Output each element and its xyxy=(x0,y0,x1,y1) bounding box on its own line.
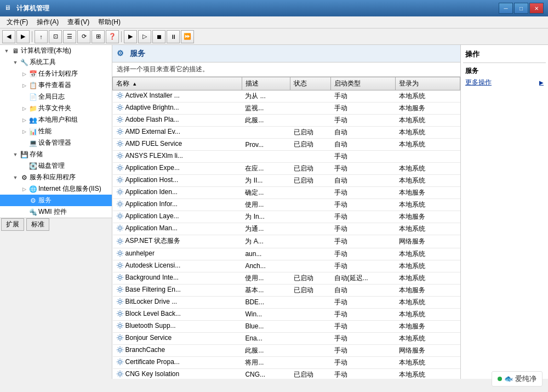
tree-system-tools[interactable]: ▼ 🔧 系统工具 xyxy=(0,56,112,68)
event-viewer-label: 事件查看器 xyxy=(38,81,71,90)
tree-global-log[interactable]: 📄 全局日志 xyxy=(0,91,112,103)
table-row[interactable]: Adaptive Brightn... 监视... 手动 本地服务 xyxy=(113,103,460,115)
table-row[interactable]: BranchCache 此服... 手动 网络服务 xyxy=(113,344,460,356)
table-row[interactable]: AMD FUEL Service Prov... 已启动 自动 本地系统 xyxy=(113,139,460,151)
tree-event-viewer[interactable]: ▷ 📋 事件查看器 xyxy=(0,79,112,91)
storage-label: 存储 xyxy=(30,150,43,159)
table-row[interactable]: ASP.NET 状态服务 为 A... 手动 网络服务 xyxy=(113,235,460,248)
tree-storage[interactable]: ▼ 💾 存储 xyxy=(0,149,112,160)
table-row[interactable]: aunhelper aun... 手动 本地系统 xyxy=(113,248,460,260)
menu-help[interactable]: 帮助(H) xyxy=(94,16,125,28)
table-row[interactable]: Autodesk Licensi... Anch... 手动 本地系统 xyxy=(113,260,460,272)
refresh-button[interactable]: ⟳ xyxy=(77,30,90,43)
svg-point-20 xyxy=(118,336,121,339)
menu-view[interactable]: 查看(V) xyxy=(63,16,94,28)
table-row[interactable]: Base Filtering En... 基本... 已启动 自动 本地服务 xyxy=(113,284,460,296)
table-row[interactable]: Application Infor... 使用... 手动 本地系统 xyxy=(113,199,460,211)
sort-arrow-icon: ▲ xyxy=(132,81,137,87)
ops-more-actions[interactable]: 更多操作 ▶ xyxy=(463,77,546,88)
toolbar: ◀ ▶ ↑ ⊡ ☰ ⟳ ⊞ ❓ ▶ ▷ ⏹ ⏸ ⏩ xyxy=(0,29,548,45)
tree-root[interactable]: ▼ 🖥 计算机管理(本地) xyxy=(0,45,112,56)
app-icon: 🖥 xyxy=(4,4,13,13)
svg-point-7 xyxy=(118,179,121,181)
maximize-button[interactable]: □ xyxy=(514,3,528,14)
menu-action[interactable]: 操作(A) xyxy=(32,16,63,28)
help-button[interactable]: ❓ xyxy=(106,30,119,43)
tree-task-scheduler[interactable]: ▷ 📅 任务计划程序 xyxy=(0,68,112,79)
view-button-2[interactable]: ☰ xyxy=(63,30,76,43)
stop-button[interactable]: ⏹ xyxy=(152,30,165,43)
col-header-name[interactable]: 名称 ▲ xyxy=(113,77,242,90)
tree-services-apps[interactable]: ▼ ⚙ 服务和应用程序 xyxy=(0,172,112,183)
table-row[interactable]: ANSYS FLEXlm li... 手动 xyxy=(113,151,460,163)
table-row[interactable]: Background Inte... 使用... 已启动 自动(延迟... 本地… xyxy=(113,272,460,284)
close-button[interactable]: ✕ xyxy=(529,3,544,14)
back-button[interactable]: ◀ xyxy=(2,30,15,43)
new-window-button[interactable]: ⊞ xyxy=(92,30,105,43)
table-row[interactable]: Application Iden... 确定... 手动 本地服务 xyxy=(113,187,460,199)
svg-point-23 xyxy=(118,372,121,375)
root-expand-icon: ▼ xyxy=(2,47,11,55)
tree-performance[interactable]: ▷ 📊 性能 xyxy=(0,126,112,137)
iis-icon: 🌐 xyxy=(28,185,37,194)
table-row[interactable]: Block Level Back... Win... 手动 本地系统 xyxy=(113,308,460,320)
svg-point-5 xyxy=(118,155,121,157)
root-label: 计算机管理(本地) xyxy=(21,46,71,55)
device-manager-label: 设备管理器 xyxy=(38,138,71,147)
col-header-login[interactable]: 登录为 xyxy=(396,77,460,90)
pause-button[interactable]: ⏸ xyxy=(167,30,180,43)
local-users-icon: 👥 xyxy=(28,116,37,124)
services-apps-expand-icon: ▼ xyxy=(11,173,20,182)
table-row[interactable]: Application Laye... 为 In... 手动 本地服务 xyxy=(113,211,460,223)
description-text: 选择一个项目来查看它的描述。 xyxy=(117,65,209,73)
tree-shared-folders[interactable]: ▷ 📁 共享文件夹 xyxy=(0,103,112,114)
table-row[interactable]: Adobe Flash Pla... 此服... 手动 本地系统 xyxy=(113,115,460,127)
ops-services-label: 服务 xyxy=(463,65,546,77)
system-tools-expand-icon: ▼ xyxy=(11,58,20,67)
table-row[interactable]: CNG Key Isolation CNG... 已启动 手动 本地系统 xyxy=(113,368,460,379)
left-panel-container: ▼ 🖥 计算机管理(本地) ▼ 🔧 系统工具 ▷ 📅 任务计划程序 ▷ 📋 事件… xyxy=(0,45,112,379)
up-button[interactable]: ↑ xyxy=(35,30,48,43)
main-layout: ▼ 🖥 计算机管理(本地) ▼ 🔧 系统工具 ▷ 📅 任务计划程序 ▷ 📋 事件… xyxy=(0,45,548,379)
tree-wmi[interactable]: 🔩 WMI 控件 xyxy=(0,206,112,218)
fast-forward-button[interactable]: ⏩ xyxy=(181,30,194,43)
services-label: 服务 xyxy=(38,196,52,205)
expand-tab[interactable]: 扩展 xyxy=(1,218,24,231)
description-area: 选择一个项目来查看它的描述。 xyxy=(112,63,460,77)
table-row[interactable]: Bonjour Service Ena... 手动 本地系统 xyxy=(113,332,460,344)
device-manager-icon: 💻 xyxy=(28,139,37,147)
svg-point-13 xyxy=(118,252,121,254)
tree-local-users[interactable]: ▷ 👥 本地用户和组 xyxy=(0,114,112,126)
svg-point-1 xyxy=(118,106,121,109)
standard-tab[interactable]: 标准 xyxy=(26,218,49,231)
col-header-status[interactable]: 状态 xyxy=(290,77,331,90)
play-next-button[interactable]: ▷ xyxy=(138,30,151,43)
table-row[interactable]: Application Host... 为 II... 已启动 自动 本地系统 xyxy=(113,175,460,187)
col-header-startup[interactable]: 启动类型 xyxy=(331,77,396,90)
local-users-label: 本地用户和组 xyxy=(38,115,78,124)
table-row[interactable]: Bluetooth Supp... Blue... 手动 本地服务 xyxy=(113,320,460,332)
services-icon: ⚙ xyxy=(28,196,37,205)
minimize-button[interactable]: ─ xyxy=(499,3,513,14)
table-row[interactable]: BitLocker Drive ... BDE... 手动 本地系统 xyxy=(113,296,460,308)
table-row[interactable]: Application Man... 为通... 手动 本地系统 xyxy=(113,223,460,235)
svg-point-17 xyxy=(118,300,121,303)
menu-file[interactable]: 文件(F) xyxy=(2,16,32,28)
col-header-desc[interactable]: 描述 xyxy=(242,77,290,90)
global-log-icon: 📄 xyxy=(28,93,37,101)
table-row[interactable]: ActiveX Installer ... 为从 ... 手动 本地系统 xyxy=(113,90,460,103)
table-row[interactable]: Application Expe... 在应... 已启动 手动 本地系统 xyxy=(113,163,460,175)
forward-button[interactable]: ▶ xyxy=(16,30,30,43)
services-table: 名称 ▲ 描述 状态 启动类型 登录为 xyxy=(112,77,460,379)
table-row[interactable]: AMD External Ev... 已启动 自动 本地系统 xyxy=(113,127,460,139)
play-button[interactable]: ▶ xyxy=(124,30,137,43)
tree-disk-management[interactable]: 💽 磁盘管理 xyxy=(0,160,112,172)
view-button-1[interactable]: ⊡ xyxy=(49,30,62,43)
tree-services[interactable]: ⚙ 服务 xyxy=(0,195,112,206)
svg-point-21 xyxy=(118,348,121,351)
tree-iis[interactable]: ▷ 🌐 Internet 信息服务(IIS) xyxy=(0,183,112,195)
tree-device-manager[interactable]: 💻 设备管理器 xyxy=(0,137,112,149)
left-panel: ▼ 🖥 计算机管理(本地) ▼ 🔧 系统工具 ▷ 📅 任务计划程序 ▷ 📋 事件… xyxy=(0,45,112,218)
services-table-wrap[interactable]: 名称 ▲ 描述 状态 启动类型 登录为 xyxy=(112,77,460,379)
table-row[interactable]: Certificate Propa... 将用... 手动 本地系统 xyxy=(113,356,460,368)
